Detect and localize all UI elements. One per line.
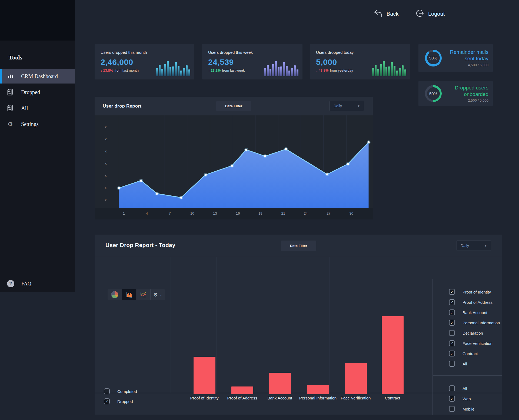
data-point: [140, 179, 142, 182]
bar-contract: [382, 316, 404, 394]
bar-category-label: Contract: [372, 395, 413, 401]
range-dropdown[interactable]: Daily▼: [330, 101, 364, 111]
sparkline-bar: [267, 65, 269, 76]
legend-checkbox-all[interactable]: All: [449, 361, 502, 367]
legend-checkbox-proof-of-address[interactable]: ✓Proof of Address: [449, 299, 502, 305]
pie-chart-button[interactable]: [108, 289, 122, 300]
back-button[interactable]: Back: [374, 8, 398, 19]
line-chart-icon: [140, 291, 147, 298]
platform-checkbox-all[interactable]: All: [449, 385, 502, 391]
stat-card-month: Users dropped this month 2,46,000 ↓13.8%…: [95, 44, 194, 79]
stat-title: Users dropped this month: [101, 50, 194, 55]
sidebar-item-dropped[interactable]: Dropped: [0, 85, 75, 99]
checkbox-checked[interactable]: ✓: [449, 289, 455, 295]
x-axis-tick: 24: [304, 211, 308, 215]
sidebar-item-label: Settings: [21, 121, 38, 127]
chevron-down-icon: ▼: [357, 104, 360, 108]
x-axis-tick: 21: [281, 211, 285, 215]
sparkline-bar: [399, 68, 401, 76]
arrow-down-icon: ↓: [101, 68, 102, 72]
line-chart-button[interactable]: [136, 289, 151, 300]
checkbox-checked[interactable]: ✓: [449, 309, 455, 315]
checkbox-unchecked[interactable]: [449, 330, 455, 336]
range-dropdown[interactable]: Daily▼: [457, 241, 491, 251]
panel-title: User Drop Report - Today: [105, 242, 175, 248]
sparkline-bar-chart: [264, 61, 299, 76]
platform-checkbox-mobile[interactable]: Mobile: [449, 406, 502, 412]
platform-checkbox-web[interactable]: ✓Web: [449, 396, 502, 402]
x-axis-tick: 16: [236, 211, 240, 215]
data-point: [368, 141, 370, 143]
sparkline-bar: [188, 69, 190, 76]
progress-title: Dropped users onboarded: [442, 85, 488, 98]
checkbox-label: Proof of Address: [463, 300, 493, 305]
checkbox-checked[interactable]: ✓: [104, 398, 110, 404]
bar-category-label: Personal Information: [298, 395, 338, 401]
legend-checkbox-contract[interactable]: ✓Contract: [449, 351, 502, 356]
legend-checkbox-declaration[interactable]: Declaration: [449, 330, 502, 336]
series-checkbox-dropped[interactable]: ✓Dropped: [104, 398, 137, 404]
date-filter-button[interactable]: Date Filter: [216, 101, 251, 111]
series-checkbox-completed[interactable]: Completed: [104, 388, 137, 394]
chevron-down-icon: ⌄: [159, 293, 162, 296]
checkbox-checked[interactable]: ✓: [449, 299, 455, 305]
data-point: [285, 148, 287, 150]
sparkline-bar: [183, 68, 185, 76]
legend-checkbox-proof-of-identity[interactable]: ✓Proof of Identity: [449, 289, 502, 295]
panel-title: User drop Report: [103, 104, 141, 109]
sparkline-bar: [270, 69, 271, 76]
sparkline-bar: [294, 65, 296, 76]
checkbox-checked[interactable]: ✓: [449, 320, 455, 326]
sidebar-item-crm-dashboard[interactable]: CRM Dashboard: [0, 69, 75, 84]
back-arrow-icon: [374, 9, 383, 18]
sparkline-bar: [388, 66, 390, 76]
column-gridline: [171, 257, 171, 393]
data-point: [205, 174, 207, 176]
y-axis-tick: x: [104, 161, 108, 165]
legend-panel: ✓Proof of Identity✓Proof of Address✓Bank…: [432, 279, 502, 415]
sparkline-bar: [178, 66, 179, 76]
sparkline-bar: [180, 71, 182, 76]
x-axis-tick: 30: [350, 211, 353, 215]
data-point: [118, 187, 120, 189]
checkbox-label: All: [463, 362, 467, 366]
sidebar-item-faq[interactable]: ? FAQ: [7, 280, 31, 287]
platform-checkbox-group: All✓WebMobile: [433, 376, 502, 412]
sparkline-bar: [402, 65, 404, 76]
sidebar-item-settings[interactable]: ⚙ Settings: [0, 117, 75, 131]
checkbox-unchecked[interactable]: [449, 406, 455, 412]
checkbox-unchecked[interactable]: [449, 361, 455, 367]
sparkline-bar: [385, 67, 387, 76]
progress-percent: 90%: [427, 52, 440, 64]
gear-icon: ⚙: [153, 292, 158, 298]
legend-checkbox-face-verification[interactable]: ✓Face Verification: [449, 340, 502, 346]
bar-category-label: Bank Account: [260, 395, 300, 401]
checkbox-unchecked[interactable]: [104, 388, 110, 394]
legend-checkbox-personal-information[interactable]: ✓Personal Information: [449, 320, 502, 326]
data-point: [347, 163, 349, 165]
check-icon: ✓: [451, 311, 454, 314]
sparkline-bar: [186, 65, 188, 76]
column-gridline: [367, 257, 367, 393]
data-point: [264, 155, 266, 157]
progress-fraction: 4,500 / 5,000: [442, 63, 488, 67]
sparkline-bar: [396, 71, 398, 76]
checkbox-checked[interactable]: ✓: [449, 396, 455, 402]
sparkline-bar: [161, 69, 163, 76]
sidebar-item-all[interactable]: All: [0, 101, 75, 115]
checkbox-checked[interactable]: ✓: [449, 340, 455, 346]
checkbox-unchecked[interactable]: [449, 385, 455, 391]
chart-settings-button[interactable]: ⚙⌄: [151, 289, 165, 300]
legend-checkbox-bank-account[interactable]: ✓Bank Account: [449, 309, 502, 315]
checkbox-label: Personal Information: [463, 321, 500, 325]
logout-button[interactable]: Logout: [416, 8, 445, 19]
date-filter-button[interactable]: Date Filter: [281, 241, 316, 251]
logout-icon: [416, 9, 424, 19]
gear-icon: ⚙: [7, 121, 14, 127]
checkbox-label: Face Verification: [463, 341, 493, 346]
bar-chart-button[interactable]: [122, 289, 136, 300]
user-drop-report-today-panel: User Drop Report - Today Date Filter Dai…: [95, 235, 502, 415]
checkbox-checked[interactable]: ✓: [449, 351, 455, 356]
column-gridline: [404, 257, 404, 393]
sparkline-bar: [383, 61, 385, 76]
